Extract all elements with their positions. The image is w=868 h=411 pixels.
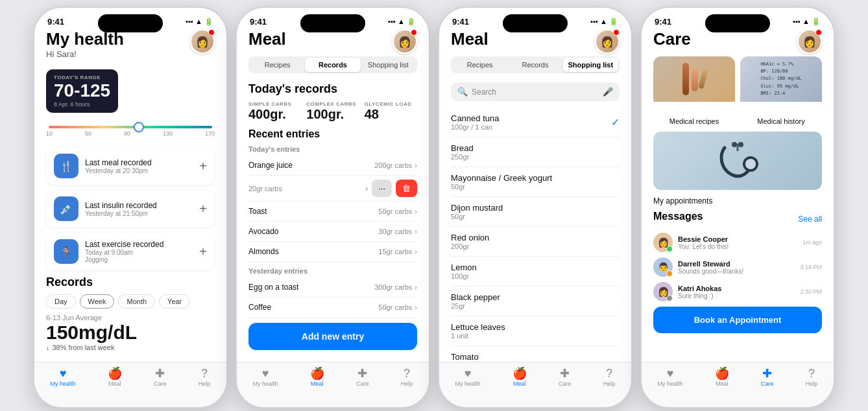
item-onion[interactable]: Red onion 200gr	[451, 227, 620, 257]
exercise-add-icon[interactable]: +	[199, 244, 207, 259]
msg-time-katri: 2:30 PM	[800, 288, 822, 295]
item-bread[interactable]: Bread 250gr	[451, 137, 620, 167]
entry-avocado[interactable]: Avocado 30gr carbs ›	[248, 222, 417, 242]
nav-help-1[interactable]: ? Help	[199, 368, 211, 387]
recipes-card	[653, 56, 735, 115]
swiped-actions: ··· 🗑	[372, 180, 417, 197]
records-section-title: Records	[46, 276, 215, 289]
item-lettuce[interactable]: Lettuce leaves 1 unit	[451, 316, 620, 346]
care-card-history[interactable]: HbA1c = 5.7% BP: 120/80 Chol: 180 mg/dL …	[740, 56, 822, 125]
avatar-badge-1	[208, 29, 215, 36]
msg-darrell[interactable]: 👨 Darrell Steward Sounds good—thanks! 3:…	[653, 257, 822, 277]
item-mustard[interactable]: Dijon mustard 50gr	[451, 197, 620, 227]
item-mayo[interactable]: Mayonnaise / Greek yogurt 50gr	[451, 167, 620, 197]
avatar-2[interactable]: 👩	[392, 29, 417, 54]
exercise-record-text: Last exercise recorded Today at 9:00am J…	[85, 240, 199, 263]
nav-care-1[interactable]: ✚ Care	[154, 368, 167, 387]
glucose-label: TODAY'S RANGE	[54, 75, 110, 80]
glucose-box: TODAY'S RANGE 70-125 8 Apr. 6 hours	[46, 69, 118, 113]
nav-meal-2[interactable]: 🍎 Meal	[310, 368, 324, 387]
entry-toast[interactable]: Toast 50gr carbs ›	[248, 202, 417, 222]
item-lemon[interactable]: Lemon 100gr	[451, 257, 620, 287]
meal-record-time: Yesterday at 20:30pm	[85, 167, 199, 174]
cross-icon-3: ✚	[560, 368, 570, 379]
avatar-3[interactable]: 👩	[595, 29, 620, 54]
recent-entries-section: Recent entries Today's entries Orange ju…	[248, 128, 417, 318]
insulin-add-icon[interactable]: +	[199, 202, 207, 217]
seg3-recipes[interactable]: Recipes	[452, 58, 507, 72]
seg-recipes[interactable]: Recipes	[250, 58, 305, 72]
item-pepper[interactable]: Black pepper 25gr	[451, 287, 620, 316]
recipes-card-label: Medical recipes	[653, 117, 735, 125]
book-appointment-button[interactable]: Book an Appointment	[653, 307, 822, 333]
msg-katri[interactable]: 👩 Katri Ahokas Sure thing :) 2:30 PM	[653, 282, 822, 301]
today-entries-label: Today's entries	[248, 145, 417, 153]
tab-week[interactable]: Week	[80, 294, 115, 309]
nav-myhealth-3[interactable]: ♥ My health	[455, 368, 481, 387]
nav-myhealth-1[interactable]: ♥ My health	[51, 368, 76, 387]
insulin-record-item[interactable]: 💉 Last insulin recorded Yesterday at 21:…	[46, 190, 215, 228]
pen-item	[682, 63, 689, 95]
see-all-link[interactable]: See all	[798, 215, 822, 224]
nav-help-3[interactable]: ? Help	[603, 368, 616, 387]
tab-year[interactable]: Year	[159, 294, 190, 309]
appointments-label: My appointments	[653, 196, 822, 206]
page2-title: Meal	[248, 29, 286, 49]
nav-meal-3[interactable]: 🍎 Meal	[512, 368, 527, 387]
entry-almonds[interactable]: Almonds 15gr carbs ›	[248, 242, 417, 262]
appointments-section[interactable]: My appointments	[653, 132, 822, 206]
meal-segment-3: Recipes Records Shopping list	[451, 56, 620, 73]
avatar-badge-4	[815, 29, 822, 36]
mic-icon[interactable]: 🎤	[603, 87, 613, 97]
more-btn[interactable]: ···	[372, 180, 392, 197]
pills-visual	[682, 56, 706, 102]
glucose-change: ↓ 38% from last week	[46, 344, 215, 351]
care-card-recipes[interactable]: Medical recipes	[653, 56, 735, 125]
msg-bessie[interactable]: 👩 Bessie Cooper You: Let's do this! 1m a…	[653, 233, 822, 252]
delete-btn[interactable]: 🗑	[396, 180, 417, 197]
nav-help-2[interactable]: ? Help	[401, 368, 413, 387]
nav-care-3[interactable]: ✚ Care	[559, 368, 572, 387]
svg-point-0	[744, 158, 757, 170]
nav-myhealth-2[interactable]: ♥ My health	[253, 368, 278, 387]
entry-orange-juice[interactable]: Orange juice 200gr carbs ›	[248, 156, 417, 176]
glucose-slider[interactable]: 10 50 90 130 170	[46, 126, 215, 137]
dynamic-island-3	[503, 14, 568, 32]
search-bar[interactable]: 🔍 Search 🎤	[451, 82, 620, 101]
entry-egg-toast[interactable]: Egg on a toast 300gr carbs ›	[248, 277, 417, 298]
msg-avatar-darrell: 👨	[653, 257, 673, 277]
cross-icon-2: ✚	[357, 368, 367, 379]
phones-container: 9:41 ▪▪▪ ▲ 🔋 My health Hi Sara! 👩 TODAY'…	[33, 6, 835, 408]
nav-care-2[interactable]: ✚ Care	[356, 368, 369, 387]
exercise-icon: 🏃	[54, 239, 78, 264]
entry-coffee[interactable]: Coffee 50gr carbs ›	[248, 298, 417, 318]
nav-meal-1[interactable]: 🍎 Meal	[108, 368, 122, 387]
nav-meal-4[interactable]: 🍎 Meal	[715, 368, 729, 387]
avatar-1[interactable]: 👩	[190, 29, 215, 54]
insulin-record-title: Last insulin recorded	[85, 201, 199, 210]
meal-record-item[interactable]: 🍴 Last meal recorded Yesterday at 20:30p…	[46, 147, 215, 185]
history-card-label: Medical history	[740, 117, 822, 125]
search-input[interactable]: Search	[472, 88, 599, 97]
nav-help-4[interactable]: ? Help	[806, 368, 818, 387]
records-tabs: Day Week Month Year	[46, 294, 215, 309]
nav-myhealth-4[interactable]: ♥ My health	[658, 368, 683, 387]
item-canned-tuna[interactable]: Canned tuna 100gr / 1 can ✓	[451, 108, 620, 137]
add-entry-button[interactable]: Add new entry	[248, 323, 417, 350]
seg-shopping[interactable]: Shopping list	[361, 58, 416, 72]
meal-add-icon[interactable]: +	[199, 159, 207, 174]
msg-avatar-katri: 👩	[653, 282, 673, 301]
seg-records[interactable]: Records	[305, 58, 360, 72]
help-icon-4: ?	[808, 368, 815, 379]
seg3-records[interactable]: Records	[507, 58, 562, 72]
seg3-shopping[interactable]: Shopping list	[563, 58, 618, 72]
tab-day[interactable]: Day	[46, 294, 76, 309]
recipes-card-image	[653, 56, 735, 102]
messages-title: Messages	[653, 211, 703, 222]
avatar-4[interactable]: 👩	[797, 29, 822, 54]
exercise-record-item[interactable]: 🏃 Last exercise recorded Today at 9:00am…	[46, 233, 215, 270]
exercise-record-time: Today at 9:00am	[85, 249, 199, 256]
bottom-nav-2: ♥ My health 🍎 Meal ✚ Care ? Help	[237, 362, 429, 407]
tab-month[interactable]: Month	[118, 294, 155, 309]
nav-care-4[interactable]: ✚ Care	[761, 368, 774, 387]
